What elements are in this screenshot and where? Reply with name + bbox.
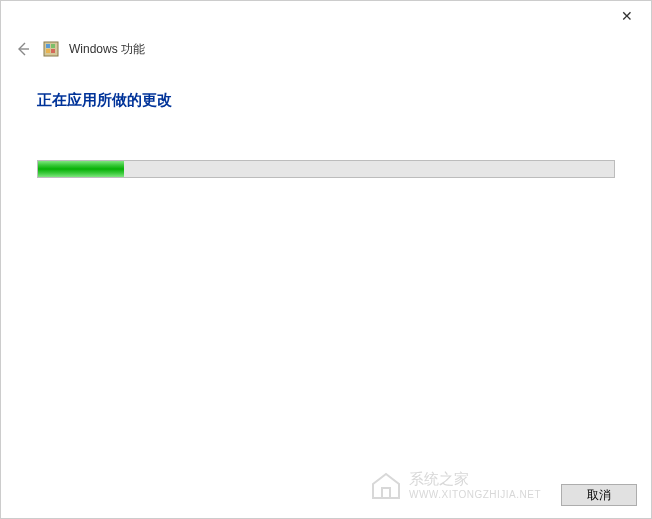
watermark-icon xyxy=(369,470,403,500)
cancel-button[interactable]: 取消 xyxy=(561,484,637,506)
close-icon: ✕ xyxy=(621,8,633,24)
back-button[interactable] xyxy=(13,39,33,59)
windows-features-icon xyxy=(43,41,59,57)
svg-rect-6 xyxy=(382,488,390,498)
svg-rect-2 xyxy=(46,44,50,48)
content-area: 正在应用所做的更改 xyxy=(1,67,651,202)
progress-bar xyxy=(37,160,615,178)
page-heading: 正在应用所做的更改 xyxy=(37,91,615,110)
progress-fill xyxy=(38,161,124,177)
svg-rect-3 xyxy=(51,44,55,48)
window-title: Windows 功能 xyxy=(69,41,145,58)
watermark-subtext: WWW.XITONGZHIJIA.NET xyxy=(409,489,541,500)
watermark: 系统之家 WWW.XITONGZHIJIA.NET xyxy=(369,470,541,500)
header: Windows 功能 xyxy=(1,31,651,67)
back-arrow-icon xyxy=(15,41,31,57)
close-button[interactable]: ✕ xyxy=(607,2,647,30)
svg-rect-4 xyxy=(46,49,50,53)
titlebar: ✕ xyxy=(1,1,651,31)
footer: 取消 xyxy=(561,484,637,506)
watermark-text: 系统之家 xyxy=(409,470,469,487)
svg-rect-5 xyxy=(51,49,55,53)
